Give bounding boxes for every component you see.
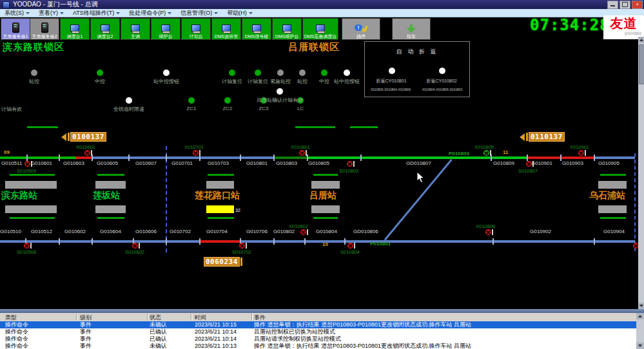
signal-stop-icon[interactable]	[578, 150, 584, 156]
table-scroll-up-icon[interactable]	[636, 313, 644, 319]
mimic-scrollbar[interactable]	[638, 37, 644, 309]
toolbar-button-ws[interactable]: DMS派班室	[211, 18, 241, 40]
train-label[interactable]: 0100137	[61, 132, 106, 142]
toolbar-button-hold[interactable]: 扣车	[392, 18, 431, 40]
signal-stop-icon[interactable]	[485, 229, 491, 235]
platform-down[interactable]	[206, 205, 234, 213]
signal-stop-icon[interactable]	[84, 150, 90, 156]
scrollbar-thumb[interactable]	[639, 44, 644, 84]
signal-stop-icon[interactable]	[24, 243, 30, 249]
platform-down[interactable]	[5, 205, 57, 213]
signal-stop-icon[interactable]	[299, 150, 305, 156]
log-row[interactable]: 操作命令事件未确认2023/6/21 10:13操作 道岔单锁：执行结果 道岔P…	[0, 343, 636, 349]
track-section-id: G010801	[246, 160, 268, 166]
track-section-id: G010902	[530, 229, 551, 234]
track-joint-tick	[594, 155, 595, 161]
platform-edge-line	[600, 174, 626, 176]
signal-mast	[307, 229, 308, 235]
track-section-id: G010604	[100, 229, 121, 234]
toolbar-button-server[interactable]: 主用服务器1	[1, 18, 30, 40]
log-cell: 吕厝站请求控制权切换至站控模式	[254, 335, 341, 343]
column-separator	[191, 314, 191, 321]
indicator-dot	[277, 88, 283, 95]
toolbar-button-ws[interactable]: DMS维护台	[272, 18, 302, 40]
toolbar-button-skip[interactable]: !跳停	[342, 18, 380, 40]
title-bar[interactable]: YOODAO - 厦门一号线 - 总调 ×	[0, 0, 644, 9]
menu-item-1[interactable]: 系统(S)	[0, 9, 34, 17]
track-up-segment[interactable]	[92, 156, 273, 159]
indicator-label: ZC1	[186, 106, 196, 111]
signal-stop-icon[interactable]	[193, 150, 199, 156]
toolbar-button-ws[interactable]: 维护台	[151, 18, 181, 40]
signal-stop-icon[interactable]	[347, 243, 353, 249]
train-label[interactable]: 0110137	[520, 132, 565, 142]
track-up-segment[interactable]	[0, 156, 76, 159]
turnback-indicator-dot[interactable]	[389, 68, 395, 74]
track-up-segment[interactable]	[273, 156, 307, 159]
table-scrollbar[interactable]	[636, 313, 644, 349]
log-cell: 操作 道岔单锁：执行结果 道岔P010803-P010801更改锁闭状态成功.操…	[254, 321, 471, 328]
scroll-down-icon[interactable]	[638, 303, 644, 309]
track-section-id: G010706	[246, 229, 268, 234]
toolbar-button-ws[interactable]: 主调	[121, 18, 150, 40]
menu-item-5[interactable]: 信息管理(O)	[176, 9, 222, 17]
track-joint-tick	[594, 238, 595, 245]
maximize-button[interactable]	[620, 1, 630, 9]
track-up-segment[interactable]	[594, 156, 635, 159]
signal-stop-icon[interactable]	[347, 161, 353, 167]
toolbar-button-ws[interactable]: 调度台1	[60, 18, 90, 40]
platform-up[interactable]	[5, 181, 57, 189]
indicator-dot	[229, 70, 235, 76]
track-section-id: G010607	[135, 160, 157, 166]
signal-stop-icon[interactable]	[239, 243, 245, 249]
track-up-segment[interactable]	[307, 156, 527, 159]
toolbar-button-ws[interactable]: 计划台	[181, 18, 211, 40]
platform-up[interactable]	[311, 181, 340, 189]
toolbar-button-server[interactable]: 主用服务器2	[30, 18, 59, 40]
chevron-down-icon	[168, 12, 171, 14]
track-down-segment[interactable]	[240, 240, 635, 243]
platform-up[interactable]	[598, 181, 627, 189]
minimize-button[interactable]	[607, 1, 618, 9]
track-section-id: G010605	[97, 160, 118, 166]
signal-stop-icon[interactable]	[132, 243, 138, 249]
signal-stop-icon[interactable]	[526, 161, 532, 167]
table-scroll-down-icon[interactable]	[636, 343, 644, 349]
toolbar-button-ws[interactable]: 调度台2	[90, 18, 120, 40]
scroll-up-icon[interactable]	[638, 37, 644, 43]
mimic-text-label: P010803	[449, 151, 469, 156]
train-label[interactable]: 0060234	[204, 257, 243, 267]
signal-id-label: S010702	[232, 249, 251, 255]
menu-item-3[interactable]: ATS终端操作(T)	[68, 9, 124, 17]
toolbar-button-ws[interactable]: DMS信号楼	[242, 18, 271, 40]
menu-item-2[interactable]: 查看(Y)	[34, 9, 68, 17]
track-section-id: G010903	[562, 160, 583, 166]
turnback-indicator-dot[interactable]	[439, 68, 445, 74]
platform-down[interactable]	[95, 205, 126, 213]
platform-down[interactable]	[598, 205, 627, 213]
mimic-text-label: 09	[4, 149, 10, 155]
platform-up[interactable]	[206, 181, 234, 189]
platform-down[interactable]	[311, 205, 340, 213]
chevron-down-icon	[214, 12, 218, 14]
track-down-segment[interactable]	[200, 240, 240, 243]
track-up-segment[interactable]	[76, 156, 92, 159]
toolbar-button-ws[interactable]: DMS应急调度台	[302, 18, 338, 40]
signal-id-label: X010901	[570, 144, 589, 150]
track-joint-tick	[199, 238, 200, 245]
signal-proceed-icon[interactable]	[483, 150, 489, 156]
signal-id-label: X010805	[474, 144, 494, 150]
ats-workstation-window: YOODAO - 厦门一号线 - 总调 × 系统(S)查看(Y)ATS终端操作(…	[0, 0, 644, 349]
train-id: 0060234	[204, 257, 240, 267]
indicator-dot	[126, 97, 132, 104]
menu-item-4[interactable]: 批处理命令(P)	[124, 9, 176, 17]
signal-mast	[91, 150, 92, 156]
close-button[interactable]: ×	[632, 1, 643, 9]
log-cell: 事件	[80, 343, 92, 349]
signal-stop-icon[interactable]	[24, 161, 30, 167]
menu-item-6[interactable]: 帮助(H)	[222, 9, 257, 17]
signal-stop-icon[interactable]	[300, 229, 306, 235]
turnback-route-ids: X010805-S010804-X010806	[371, 88, 411, 91]
turnback-route-label: 折返CY010801	[376, 78, 406, 84]
platform-up[interactable]	[95, 181, 126, 189]
